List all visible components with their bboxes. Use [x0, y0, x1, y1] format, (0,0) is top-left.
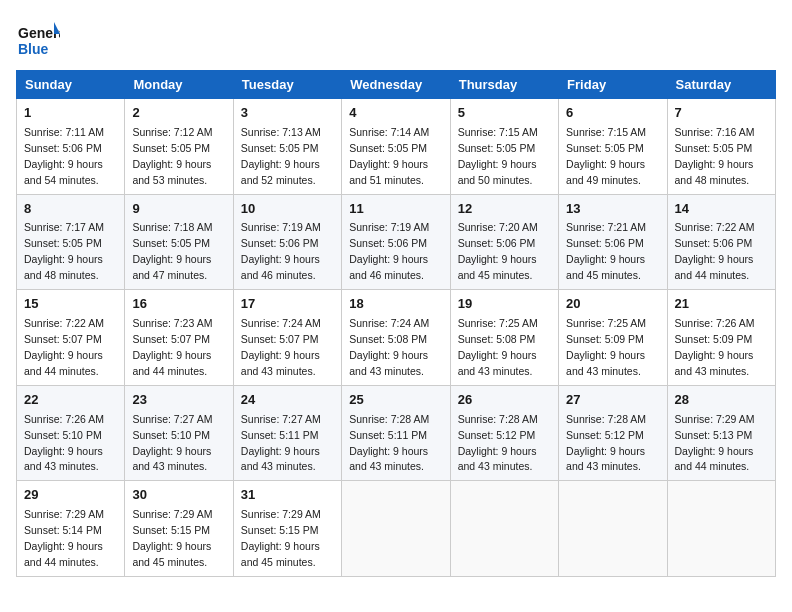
day-number: 13 [566, 200, 659, 219]
calendar-cell: 23 Sunrise: 7:27 AMSunset: 5:10 PMDaylig… [125, 385, 233, 481]
calendar-cell: 28 Sunrise: 7:29 AMSunset: 5:13 PMDaylig… [667, 385, 775, 481]
day-number: 12 [458, 200, 551, 219]
page-header: General Blue [16, 16, 776, 60]
day-info: Sunrise: 7:27 AMSunset: 5:11 PMDaylight:… [241, 413, 321, 473]
calendar-cell: 21 Sunrise: 7:26 AMSunset: 5:09 PMDaylig… [667, 290, 775, 386]
day-info: Sunrise: 7:29 AMSunset: 5:15 PMDaylight:… [241, 508, 321, 568]
day-number: 23 [132, 391, 225, 410]
day-info: Sunrise: 7:21 AMSunset: 5:06 PMDaylight:… [566, 221, 646, 281]
day-number: 11 [349, 200, 442, 219]
calendar-cell: 19 Sunrise: 7:25 AMSunset: 5:08 PMDaylig… [450, 290, 558, 386]
day-info: Sunrise: 7:19 AMSunset: 5:06 PMDaylight:… [349, 221, 429, 281]
calendar-cell [667, 481, 775, 577]
calendar-cell [559, 481, 667, 577]
calendar-cell: 13 Sunrise: 7:21 AMSunset: 5:06 PMDaylig… [559, 194, 667, 290]
day-number: 20 [566, 295, 659, 314]
calendar-header-sunday: Sunday [17, 71, 125, 99]
day-info: Sunrise: 7:20 AMSunset: 5:06 PMDaylight:… [458, 221, 538, 281]
day-info: Sunrise: 7:17 AMSunset: 5:05 PMDaylight:… [24, 221, 104, 281]
day-number: 30 [132, 486, 225, 505]
calendar-header-tuesday: Tuesday [233, 71, 341, 99]
calendar-cell: 5 Sunrise: 7:15 AMSunset: 5:05 PMDayligh… [450, 99, 558, 195]
calendar-cell: 14 Sunrise: 7:22 AMSunset: 5:06 PMDaylig… [667, 194, 775, 290]
calendar-header-monday: Monday [125, 71, 233, 99]
calendar-cell: 2 Sunrise: 7:12 AMSunset: 5:05 PMDayligh… [125, 99, 233, 195]
day-number: 6 [566, 104, 659, 123]
day-info: Sunrise: 7:18 AMSunset: 5:05 PMDaylight:… [132, 221, 212, 281]
day-number: 15 [24, 295, 117, 314]
calendar-cell: 25 Sunrise: 7:28 AMSunset: 5:11 PMDaylig… [342, 385, 450, 481]
day-info: Sunrise: 7:25 AMSunset: 5:09 PMDaylight:… [566, 317, 646, 377]
calendar-cell: 3 Sunrise: 7:13 AMSunset: 5:05 PMDayligh… [233, 99, 341, 195]
calendar-cell: 22 Sunrise: 7:26 AMSunset: 5:10 PMDaylig… [17, 385, 125, 481]
day-info: Sunrise: 7:15 AMSunset: 5:05 PMDaylight:… [566, 126, 646, 186]
day-info: Sunrise: 7:29 AMSunset: 5:13 PMDaylight:… [675, 413, 755, 473]
calendar-cell: 6 Sunrise: 7:15 AMSunset: 5:05 PMDayligh… [559, 99, 667, 195]
day-number: 29 [24, 486, 117, 505]
calendar-cell: 30 Sunrise: 7:29 AMSunset: 5:15 PMDaylig… [125, 481, 233, 577]
day-number: 4 [349, 104, 442, 123]
day-number: 8 [24, 200, 117, 219]
calendar-week-4: 22 Sunrise: 7:26 AMSunset: 5:10 PMDaylig… [17, 385, 776, 481]
calendar-cell: 18 Sunrise: 7:24 AMSunset: 5:08 PMDaylig… [342, 290, 450, 386]
day-info: Sunrise: 7:26 AMSunset: 5:10 PMDaylight:… [24, 413, 104, 473]
calendar-cell: 10 Sunrise: 7:19 AMSunset: 5:06 PMDaylig… [233, 194, 341, 290]
day-info: Sunrise: 7:26 AMSunset: 5:09 PMDaylight:… [675, 317, 755, 377]
calendar-cell: 8 Sunrise: 7:17 AMSunset: 5:05 PMDayligh… [17, 194, 125, 290]
day-number: 3 [241, 104, 334, 123]
calendar-header-wednesday: Wednesday [342, 71, 450, 99]
calendar-header-thursday: Thursday [450, 71, 558, 99]
calendar-header-friday: Friday [559, 71, 667, 99]
day-info: Sunrise: 7:28 AMSunset: 5:11 PMDaylight:… [349, 413, 429, 473]
day-info: Sunrise: 7:15 AMSunset: 5:05 PMDaylight:… [458, 126, 538, 186]
day-number: 26 [458, 391, 551, 410]
calendar-cell [450, 481, 558, 577]
day-number: 16 [132, 295, 225, 314]
day-number: 9 [132, 200, 225, 219]
day-info: Sunrise: 7:24 AMSunset: 5:07 PMDaylight:… [241, 317, 321, 377]
day-number: 31 [241, 486, 334, 505]
day-info: Sunrise: 7:23 AMSunset: 5:07 PMDaylight:… [132, 317, 212, 377]
logo: General Blue [16, 16, 60, 60]
day-number: 17 [241, 295, 334, 314]
day-info: Sunrise: 7:24 AMSunset: 5:08 PMDaylight:… [349, 317, 429, 377]
day-info: Sunrise: 7:13 AMSunset: 5:05 PMDaylight:… [241, 126, 321, 186]
calendar-week-5: 29 Sunrise: 7:29 AMSunset: 5:14 PMDaylig… [17, 481, 776, 577]
calendar-cell: 11 Sunrise: 7:19 AMSunset: 5:06 PMDaylig… [342, 194, 450, 290]
day-info: Sunrise: 7:25 AMSunset: 5:08 PMDaylight:… [458, 317, 538, 377]
day-number: 22 [24, 391, 117, 410]
day-number: 2 [132, 104, 225, 123]
day-number: 18 [349, 295, 442, 314]
calendar-cell: 27 Sunrise: 7:28 AMSunset: 5:12 PMDaylig… [559, 385, 667, 481]
day-number: 14 [675, 200, 768, 219]
day-number: 28 [675, 391, 768, 410]
calendar-table: SundayMondayTuesdayWednesdayThursdayFrid… [16, 70, 776, 577]
calendar-week-2: 8 Sunrise: 7:17 AMSunset: 5:05 PMDayligh… [17, 194, 776, 290]
day-info: Sunrise: 7:12 AMSunset: 5:05 PMDaylight:… [132, 126, 212, 186]
calendar-cell: 9 Sunrise: 7:18 AMSunset: 5:05 PMDayligh… [125, 194, 233, 290]
svg-text:General: General [18, 25, 60, 41]
day-number: 19 [458, 295, 551, 314]
day-info: Sunrise: 7:19 AMSunset: 5:06 PMDaylight:… [241, 221, 321, 281]
day-info: Sunrise: 7:28 AMSunset: 5:12 PMDaylight:… [566, 413, 646, 473]
day-number: 10 [241, 200, 334, 219]
day-info: Sunrise: 7:27 AMSunset: 5:10 PMDaylight:… [132, 413, 212, 473]
day-number: 5 [458, 104, 551, 123]
day-info: Sunrise: 7:29 AMSunset: 5:15 PMDaylight:… [132, 508, 212, 568]
day-info: Sunrise: 7:11 AMSunset: 5:06 PMDaylight:… [24, 126, 104, 186]
day-number: 21 [675, 295, 768, 314]
calendar-cell: 26 Sunrise: 7:28 AMSunset: 5:12 PMDaylig… [450, 385, 558, 481]
day-info: Sunrise: 7:22 AMSunset: 5:06 PMDaylight:… [675, 221, 755, 281]
logo-icon: General Blue [16, 16, 60, 60]
calendar-cell: 17 Sunrise: 7:24 AMSunset: 5:07 PMDaylig… [233, 290, 341, 386]
svg-text:Blue: Blue [18, 41, 49, 57]
calendar-cell: 16 Sunrise: 7:23 AMSunset: 5:07 PMDaylig… [125, 290, 233, 386]
day-number: 1 [24, 104, 117, 123]
day-info: Sunrise: 7:14 AMSunset: 5:05 PMDaylight:… [349, 126, 429, 186]
calendar-cell: 31 Sunrise: 7:29 AMSunset: 5:15 PMDaylig… [233, 481, 341, 577]
day-info: Sunrise: 7:28 AMSunset: 5:12 PMDaylight:… [458, 413, 538, 473]
day-info: Sunrise: 7:29 AMSunset: 5:14 PMDaylight:… [24, 508, 104, 568]
calendar-cell: 4 Sunrise: 7:14 AMSunset: 5:05 PMDayligh… [342, 99, 450, 195]
calendar-cell: 1 Sunrise: 7:11 AMSunset: 5:06 PMDayligh… [17, 99, 125, 195]
calendar-cell: 12 Sunrise: 7:20 AMSunset: 5:06 PMDaylig… [450, 194, 558, 290]
